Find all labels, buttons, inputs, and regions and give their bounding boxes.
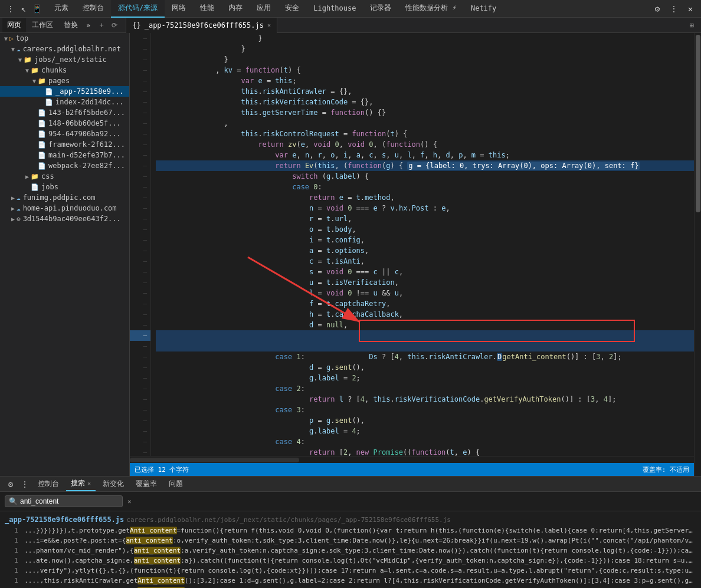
tab-lighthouse[interactable]: Lighthouse [306,0,363,18]
tree-item-funimg[interactable]: ▶ ☁ funimg.pddpic.com [0,192,129,203]
gutter-line-25: – [130,288,150,298]
result-line-text-3: ...phantom/vc_mid_render"),{anti_content… [24,547,701,554]
file-tab-close[interactable]: ✕ [267,22,271,28]
settings-icon[interactable]: ⚙ [651,3,663,15]
gutter-line-9: – [130,118,150,129]
tab-elements[interactable]: 元素 [47,0,76,18]
bottom-tab-search[interactable]: 搜索 ✕ [66,477,96,491]
scrollbar-thumb[interactable] [130,458,299,462]
result-line-3[interactable]: 1 ...phantom/vc_mid_render"),{anti_conte… [0,546,701,556]
tree-item-pages[interactable]: ▼ 📁 pages [0,75,129,86]
result-line-num-5: 1 [14,567,18,574]
sync-icon[interactable]: ⟳ [109,20,120,31]
status-left: 已选择 12 个字符 [135,465,189,474]
tab-netlify[interactable]: Netify [464,0,503,18]
bottom-tab-console[interactable]: 控制台 [33,477,64,491]
split-editor-icon[interactable]: ⊞ [685,21,699,29]
code-line-29: p = null, [156,330,694,341]
code-content: – – – – – – – – – – – – – – – [130,33,694,456]
code-line-17: n = void 0 === e ? v.hx.Post : e, [156,203,694,213]
device-icon[interactable]: 📱 [31,3,42,15]
tab-performance[interactable]: 性能 [193,0,221,18]
gutter-line-current: – [130,330,150,341]
tree-item-954[interactable]: 📄 954-647906ba92... [0,129,129,139]
result-line-5[interactable]: 1 ...,verify"),ytlyt({},t,{},(function(t… [0,566,701,576]
bottom-more-icon[interactable]: ⋮ [19,478,31,490]
tree-item-3d[interactable]: ▶ ⚙ 3d1544b9ac409ee643f2... [0,213,129,224]
subnav-tab-overrides[interactable]: 替换 [59,18,83,32]
subnav-tab-webpage[interactable]: 网页 [2,18,26,32]
subnav-more-button[interactable]: » [84,21,93,29]
tab-security[interactable]: 安全 [278,0,306,18]
more-icon[interactable]: ⋮ [668,3,680,15]
tree-item-css[interactable]: ▶ 📁 css [0,171,129,182]
vertical-scrollbar[interactable] [694,33,701,476]
dock-icon[interactable]: ⋮ [5,3,17,15]
search-input-row: 🔍 ✕ [0,492,701,511]
tree-item-jobs-next[interactable]: ▼ 📁 jobs/_next/static [0,54,129,65]
tree-item-148[interactable]: 📄 148-06bb60de5f... [0,118,129,129]
result-line-4[interactable]: 1 ...ate.now(),captcha_sign:e,anti_conte… [0,556,701,566]
tab-memory[interactable]: 内存 [221,0,250,18]
bottom-tab-console-label: 控制台 [38,479,59,489]
result-line-1[interactable]: 1 ...})})})}),t.prototype.getAnti_conten… [0,525,701,536]
result-line-2[interactable]: 1 ...i=e&&e.post?e.post:at={anti_content… [0,536,701,546]
close-devtools-icon[interactable]: ✕ [684,3,696,15]
subnav-tab-workspace[interactable]: 工作区 [27,18,58,32]
bottom-tab-issues[interactable]: 问题 [164,477,188,491]
tree-item-careers[interactable]: ▼ ☁ careers.pddglobalhr.net [0,44,129,54]
gutter-line-40: – [130,447,150,456]
tree-item-app-file[interactable]: 📄 _app-752158e9... [0,86,129,97]
tab-application[interactable]: 应用 [250,0,278,18]
result-line-6[interactable]: 1 ....,this.riskAntiCrawler.getAnti_cont… [0,576,701,586]
subnav-left: 网页 工作区 替换 » [2,18,93,32]
file-icon-143: 📄 [38,109,46,117]
tree-item-jobs-file[interactable]: 📄 jobs [0,182,129,192]
tree-label-careers: careers.pddglobalhr.net [23,45,121,53]
result-line-text-4: ...ate.now(),captcha_sign:e,anti_content… [24,557,701,564]
gutter-line-10: – [130,129,150,139]
tree-item-index-file[interactable]: 📄 index-2dd14dc... [0,97,129,107]
gutter-line-34: – [130,383,150,394]
file-tabbar: {} _app-752158e9f6ce06fff655.js ✕ [126,18,684,32]
tree-item-webpack[interactable]: 📄 webpack-27ee82f... [0,160,129,171]
cloud-icon-careers: ☁ [17,45,21,53]
tab-recorder[interactable]: 记录器 [363,0,398,18]
file-icon-jobs: 📄 [31,183,39,191]
bottom-settings-icon[interactable]: ⚙ [5,478,17,490]
result-line-text-1: ...})})})}),t.prototype.getAnti_content=… [24,527,701,534]
tree-item-framework[interactable]: 📄 framework-2f612... [0,139,129,150]
tree-item-top[interactable]: ▼ ▷ top [0,33,129,44]
search-input[interactable] [20,497,109,505]
bottom-tab-changes[interactable]: 新变化 [98,477,129,491]
tree-item-homeapi[interactable]: ▶ ☁ home-api.pinduoduo.com [0,203,129,213]
tab-sources[interactable]: 源代码/来源 [111,0,165,18]
file-tab-app[interactable]: {} _app-752158e9f6ce06fff655.js ✕ [126,18,277,33]
result-line-7[interactable]: 1 ....(t,e){var c=Ov(Ov({},o),{anti_cont… [0,586,701,588]
add-folder-icon[interactable]: + [96,20,107,31]
gutter-line-38: – [130,426,150,436]
search-result-file-header[interactable]: _app-752158e9f6ce06fff655.js careers.pdd… [0,514,701,525]
scrollbar-thumb-vertical[interactable] [696,35,700,212]
inspect-icon[interactable]: ↖ [18,3,30,15]
code-line-12: var e, n, r, o, i, a, c, s, u, l, f, h, … [156,150,694,160]
code-line-39: case 4: [156,436,694,447]
devtools-toolbar-icons: ⋮ ↖ 📱 [0,3,47,15]
cloud-icon-homeapi: ☁ [17,205,21,212]
code-scroll-area[interactable]: – – – – – – – – – – – – – – – [130,33,694,456]
gutter-line-23: – [130,267,150,277]
tab-perf-insights[interactable]: 性能数据分析 ⚡ [398,0,463,18]
tab-network[interactable]: 网络 [165,0,193,18]
search-icon: 🔍 [9,497,18,505]
bottom-tab-close-search[interactable]: ✕ [87,480,91,487]
tree-item-143[interactable]: 📄 143-b2f6f5bde67... [0,107,129,118]
code-horizontal-scrollbar[interactable] [130,456,694,463]
result-line-text-5: ...,verify"),ytlyt({},t,{},(function(t){… [24,567,701,574]
tree-label-3d: 3d1544b9ac409ee643f2... [23,215,121,223]
bottom-tab-coverage[interactable]: 覆盖率 [131,477,162,491]
tab-console[interactable]: 控制台 [76,0,111,18]
search-clear-icon[interactable]: ✕ [127,498,132,505]
tree-item-main[interactable]: 📄 main-d52efe37b7... [0,150,129,160]
gutter-line-2: – [130,44,150,54]
tree-item-chunks[interactable]: ▼ 📁 chunks [0,65,129,75]
